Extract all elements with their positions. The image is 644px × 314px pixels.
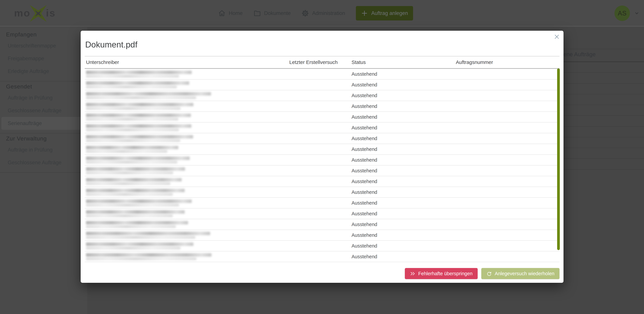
cell-unterschreiber bbox=[86, 178, 289, 185]
redacted-signer-name bbox=[86, 135, 193, 142]
nav-item-label: Dokumente bbox=[264, 10, 291, 16]
redacted-signer-name bbox=[86, 146, 178, 153]
cell-unterschreiber bbox=[86, 103, 289, 110]
logo-text-left: mo bbox=[14, 8, 30, 18]
table-row[interactable]: Ausstehend bbox=[85, 251, 560, 262]
table-row[interactable]: Ausstehend bbox=[85, 208, 560, 219]
nav-item-label: Home bbox=[229, 10, 243, 16]
redacted-signer-name bbox=[86, 103, 193, 110]
table-row[interactable]: Ausstehend bbox=[85, 144, 560, 155]
cell-unterschreiber bbox=[86, 157, 289, 163]
column-header-auftragsnummer: Auftragsnummer bbox=[456, 59, 560, 65]
scrollbar-thumb[interactable] bbox=[557, 69, 560, 250]
redacted-signer-name bbox=[86, 189, 185, 196]
avatar[interactable]: AS bbox=[614, 6, 630, 21]
gear-icon bbox=[301, 10, 309, 17]
document-modal: Dokument.pdf Unterschreiber Letzter Erst… bbox=[81, 31, 564, 283]
cell-status: Ausstehend bbox=[352, 157, 456, 163]
nav-item-label: Administration bbox=[312, 10, 345, 16]
table-row[interactable]: Ausstehend bbox=[85, 241, 560, 251]
sidebar-divider bbox=[0, 172, 87, 173]
redacted-signer-name bbox=[86, 124, 191, 131]
table-row[interactable]: Ausstehend bbox=[85, 69, 560, 80]
create-order-button[interactable]: Auftrag anlegen bbox=[356, 6, 413, 21]
nav-item-administration[interactable]: Administration bbox=[301, 10, 345, 17]
close-icon[interactable] bbox=[553, 33, 561, 41]
sidebar-item[interactable]: Serienaufträge bbox=[1, 117, 87, 130]
redacted-signer-name bbox=[86, 71, 192, 78]
redacted-signer-name bbox=[86, 178, 182, 185]
modal-title: Dokument.pdf bbox=[85, 40, 137, 50]
chevron-down-icon[interactable] bbox=[634, 11, 639, 16]
cell-unterschreiber bbox=[86, 167, 289, 174]
table-row[interactable]: Ausstehend bbox=[85, 133, 560, 144]
table-row[interactable]: Ausstehend bbox=[85, 230, 560, 241]
nav-item-dokumente[interactable]: Dokumente bbox=[254, 10, 291, 17]
moxis-logo[interactable]: mo is bbox=[14, 5, 56, 22]
cell-status: Ausstehend bbox=[352, 211, 456, 216]
cell-unterschreiber bbox=[86, 71, 289, 78]
column-header-status: Status bbox=[352, 59, 456, 65]
cell-unterschreiber bbox=[86, 200, 289, 206]
redacted-signer-name bbox=[86, 242, 193, 249]
redacted-signer-name bbox=[86, 81, 189, 88]
cell-status: Ausstehend bbox=[352, 147, 456, 152]
cell-unterschreiber bbox=[86, 189, 289, 196]
cell-status: Ausstehend bbox=[352, 136, 456, 141]
table-row[interactable]: Ausstehend bbox=[85, 123, 560, 133]
sidebar: EmpfangenUnterschriftenmappeFreigabemapp… bbox=[0, 27, 87, 314]
redacted-signer-name bbox=[86, 221, 188, 228]
table-header-row: Unterschreiber Letzter Erstellversuch St… bbox=[85, 56, 560, 69]
sidebar-item[interactable]: Aufträge in Prüfung bbox=[0, 92, 87, 104]
table-row[interactable]: Ausstehend bbox=[85, 198, 560, 208]
skip-faulty-button[interactable]: Fehlerhafte überspringen bbox=[405, 268, 478, 279]
cell-unterschreiber bbox=[86, 146, 289, 153]
retry-create-button[interactable]: Anlegeversuch wiederholen bbox=[481, 268, 560, 279]
table-row[interactable]: Ausstehend bbox=[85, 187, 560, 198]
table-row[interactable]: Ausstehend bbox=[85, 101, 560, 112]
sidebar-item[interactable]: Erledigte Aufträge bbox=[0, 65, 87, 78]
cell-status: Ausstehend bbox=[352, 243, 456, 249]
cell-status: Ausstehend bbox=[352, 114, 456, 120]
redacted-signer-name bbox=[86, 92, 211, 99]
table-row[interactable]: Ausstehend bbox=[85, 80, 560, 90]
sidebar-item[interactable]: Freigabemappe bbox=[0, 52, 87, 65]
sidebar-item[interactable]: Aufträge in Prüfung bbox=[0, 144, 87, 156]
sidebar-section: Zur VerwaltungAufträge in PrüfungGeschlo… bbox=[0, 133, 87, 172]
cell-status: Ausstehend bbox=[352, 222, 456, 227]
cell-status: Ausstehend bbox=[352, 93, 456, 98]
table-row[interactable]: Ausstehend bbox=[85, 155, 560, 165]
cell-status: Ausstehend bbox=[352, 82, 456, 88]
table-row[interactable]: Ausstehend bbox=[85, 165, 560, 176]
app-root: mo is HomeDokumenteAdministration Auftra… bbox=[0, 0, 644, 314]
cell-status: Ausstehend bbox=[352, 104, 456, 109]
avatar-initials: AS bbox=[618, 10, 627, 17]
table-row[interactable]: Ausstehend bbox=[85, 90, 560, 101]
sidebar-item[interactable]: Geschlossene Aufträge bbox=[0, 156, 87, 169]
logo-text-right: is bbox=[46, 8, 56, 18]
cell-status: Ausstehend bbox=[352, 71, 456, 77]
create-order-label: Auftrag anlegen bbox=[371, 10, 408, 16]
sidebar-section: GesendetAufträge in PrüfungGeschlossene … bbox=[0, 81, 87, 133]
cell-unterschreiber bbox=[86, 114, 289, 121]
sidebar-section-title: Zur Verwaltung bbox=[0, 133, 87, 144]
cell-status: Ausstehend bbox=[352, 232, 456, 238]
logo-x-icon bbox=[30, 5, 47, 22]
redacted-signer-name bbox=[86, 114, 191, 121]
modal-header: Dokument.pdf bbox=[81, 31, 564, 56]
column-header-letzter-erstellversuch: Letzter Erstellversuch bbox=[289, 59, 352, 65]
cell-unterschreiber bbox=[86, 124, 289, 131]
sidebar-section-title: Gesendet bbox=[0, 81, 87, 92]
table-row[interactable]: Ausstehend bbox=[85, 112, 560, 123]
sidebar-item[interactable]: Unterschriftenmappe bbox=[0, 40, 87, 52]
sidebar-item[interactable]: Geschlossene Aufträge bbox=[0, 104, 87, 117]
cell-unterschreiber bbox=[86, 210, 289, 217]
table-row[interactable]: Ausstehend bbox=[85, 219, 560, 230]
redacted-signer-name bbox=[86, 253, 212, 260]
table-row[interactable]: Ausstehend bbox=[85, 176, 560, 187]
main-nav: HomeDokumenteAdministration Auftrag anle… bbox=[218, 0, 413, 27]
nav-item-home[interactable]: Home bbox=[218, 10, 243, 17]
user-menu[interactable]: AS bbox=[614, 0, 639, 27]
cell-unterschreiber bbox=[86, 92, 289, 99]
retry-create-label: Anlegeversuch wiederholen bbox=[495, 271, 554, 276]
